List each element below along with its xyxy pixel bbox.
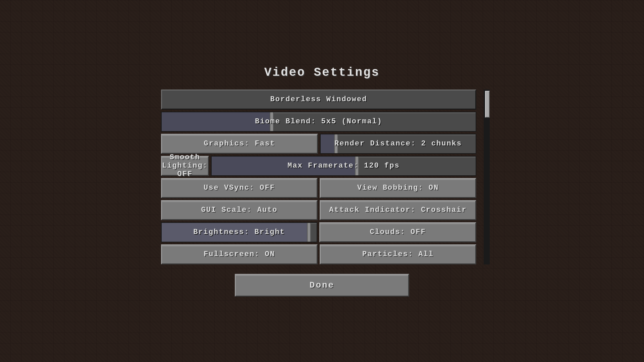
clouds-button[interactable]: Clouds: OFF (319, 222, 476, 242)
scrollbar[interactable] (484, 89, 490, 264)
particles-button[interactable]: Particles: All (320, 244, 476, 264)
borderless-windowed-button[interactable]: Borderless Windowed (161, 89, 476, 110)
fullscreen-button[interactable]: Fullscreen: ON (161, 244, 318, 264)
settings-scroll-area: Borderless Windowed Biome Blend: 5x5 (No… (161, 89, 483, 264)
borderless-windowed-row: Borderless Windowed (161, 89, 476, 110)
vsync-bobbing-row: Use VSync: OFF View Bobbing: ON (161, 178, 476, 198)
graphics-button[interactable]: Graphics: Fast (161, 134, 318, 154)
max-framerate-slider[interactable]: Max Framerate: 120 fps (211, 156, 476, 176)
render-distance-label: Render Distance: 2 chunks (334, 139, 462, 148)
attack-indicator-button[interactable]: Attack Indicator: Crosshair (320, 200, 476, 220)
biome-blend-slider[interactable]: Biome Blend: 5x5 (Normal) (161, 112, 476, 132)
gui-attack-row: GUI Scale: Auto Attack Indicator: Crossh… (161, 200, 476, 220)
use-vsync-button[interactable]: Use VSync: OFF (161, 178, 318, 198)
brightness-clouds-row: Brightness: Bright Clouds: OFF (161, 222, 476, 242)
render-distance-slider[interactable]: Render Distance: 2 chunks (320, 134, 476, 154)
biome-blend-row: Biome Blend: 5x5 (Normal) (161, 112, 476, 132)
page-container: Video Settings Borderless Windowed Biome… (161, 66, 483, 297)
biome-blend-label: Biome Blend: 5x5 (Normal) (255, 117, 382, 126)
view-bobbing-button[interactable]: View Bobbing: ON (320, 178, 476, 198)
page-title: Video Settings (264, 66, 380, 79)
graphics-render-row: Graphics: Fast Render Distance: 2 chunks (161, 134, 476, 154)
brightness-handle[interactable] (307, 223, 311, 242)
scrollbar-thumb[interactable] (485, 91, 490, 118)
gui-scale-button[interactable]: GUI Scale: Auto (161, 200, 318, 220)
smooth-lighting-button[interactable]: Smooth Lighting: OFF (161, 156, 209, 176)
done-button[interactable]: Done (235, 274, 409, 297)
brightness-slider[interactable]: Brightness: Bright (161, 222, 317, 242)
max-framerate-label: Max Framerate: 120 fps (287, 162, 399, 170)
smooth-framerate-row: Smooth Lighting: OFF Max Framerate: 120 … (161, 156, 476, 176)
brightness-label: Brightness: Bright (193, 228, 285, 236)
fullscreen-particles-row: Fullscreen: ON Particles: All (161, 244, 476, 264)
settings-list: Borderless Windowed Biome Blend: 5x5 (No… (161, 89, 476, 264)
